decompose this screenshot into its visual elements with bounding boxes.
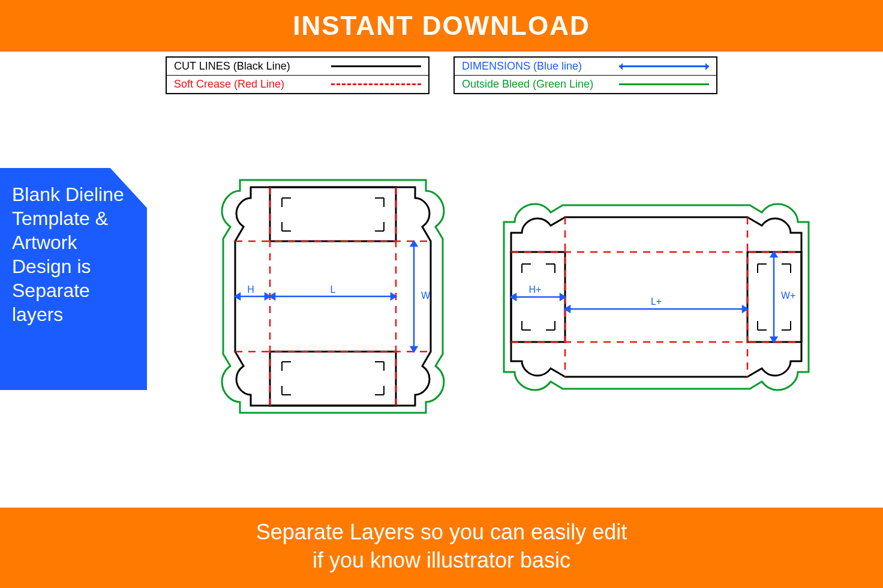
dim-label-Wplus: W+ xyxy=(781,290,795,301)
bottom-banner: Separate Layers so you can easily edit i… xyxy=(0,508,883,588)
dim-label-Hplus: H+ xyxy=(529,284,542,295)
dim-label-Lplus: L+ xyxy=(651,296,662,307)
dim-label-W: W xyxy=(421,290,431,301)
legend-label: Soft Crease (Red Line) xyxy=(174,78,284,91)
side-panel-text: Blank Dieline Template & Artwork Design … xyxy=(12,184,124,325)
dim-Lplus xyxy=(565,306,747,312)
side-panel: Blank Dieline Template & Artwork Design … xyxy=(0,168,147,390)
line-sample-green-icon xyxy=(619,83,709,85)
legend-box-left: CUT LINES (Black Line) Soft Crease (Red … xyxy=(166,56,430,94)
legend-cut-lines: CUT LINES (Black Line) xyxy=(167,58,428,76)
top-banner: INSTANT DOWNLOAD xyxy=(0,0,883,52)
dim-label-L: L xyxy=(331,284,336,295)
footer-line2: if you know illustrator basic xyxy=(0,547,883,575)
dim-label-H: H xyxy=(247,284,254,295)
cut-top-panel-left xyxy=(270,187,396,241)
header-title: INSTANT DOWNLOAD xyxy=(293,11,590,40)
legend-label: DIMENSIONS (Blue line) xyxy=(462,60,582,73)
dim-W-left xyxy=(411,241,417,352)
dim-Hplus xyxy=(511,294,565,300)
legend-dimensions: DIMENSIONS (Blue line) xyxy=(455,58,716,76)
dieline-diagrams-icon: H L W xyxy=(198,174,870,426)
dim-Wplus xyxy=(771,252,777,342)
legend-label: Outside Bleed (Green Line) xyxy=(462,78,593,91)
diagram-area: H L W xyxy=(198,174,870,426)
line-sample-red-icon xyxy=(331,83,421,85)
legend-box-right: DIMENSIONS (Blue line) Outside Bleed (Gr… xyxy=(453,56,717,94)
legend-row: CUT LINES (Black Line) Soft Crease (Red … xyxy=(0,56,883,94)
footer-line1: Separate Layers so you can easily edit xyxy=(0,518,883,547)
legend-bleed: Outside Bleed (Green Line) xyxy=(455,76,716,93)
line-sample-blue-icon xyxy=(619,65,709,67)
cut-bottom-panel-left xyxy=(270,352,396,406)
legend-label: CUT LINES (Black Line) xyxy=(174,60,290,73)
legend-soft-crease: Soft Crease (Red Line) xyxy=(167,76,428,93)
line-sample-black-icon xyxy=(331,65,421,67)
